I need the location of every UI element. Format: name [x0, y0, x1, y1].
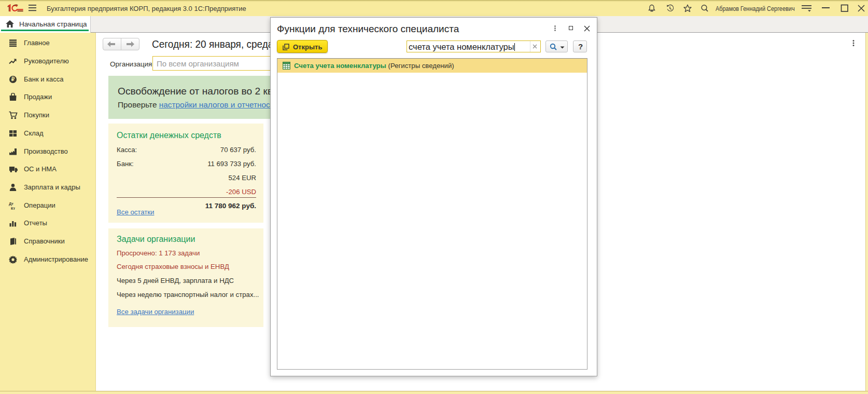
- svg-text:₽: ₽: [11, 76, 15, 82]
- svg-text:Кт: Кт: [11, 206, 16, 210]
